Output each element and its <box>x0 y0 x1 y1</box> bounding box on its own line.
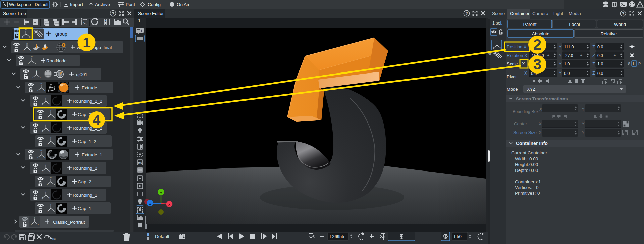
svg-text:X: X <box>539 130 542 135</box>
svg-text:Center: Center <box>514 121 527 126</box>
svg-text:Y: Y <box>559 53 562 58</box>
svg-text:Y: Y <box>582 107 585 112</box>
svg-text:1 sel.: 1 sel. <box>492 21 502 26</box>
svg-text:Z: Z <box>592 70 595 76</box>
svg-text:uj001: uj001 <box>76 72 87 77</box>
svg-text:Y: Y <box>559 70 562 76</box>
svg-text:i: i <box>141 29 142 32</box>
svg-text:4: 4 <box>93 112 101 128</box>
svg-text:Extrude_1: Extrude_1 <box>82 152 102 157</box>
svg-text:Screen Size: Screen Size <box>513 130 537 135</box>
svg-text:0.0: 0.0 <box>597 71 603 76</box>
svg-text:Cap_1: Cap_1 <box>78 206 91 211</box>
svg-text:X: X <box>524 70 527 76</box>
svg-text:G: G <box>83 21 86 25</box>
svg-text:Primitives:: Primitives: <box>515 191 536 196</box>
svg-text:3: 3 <box>533 56 541 72</box>
svg-text:HC: HC <box>52 238 56 240</box>
svg-text:S: S <box>628 62 630 66</box>
svg-text:Light: Light <box>553 11 564 16</box>
svg-text:0.00: 0.00 <box>529 156 538 161</box>
svg-text:0: 0 <box>536 185 539 190</box>
svg-text:Depth:: Depth: <box>515 168 528 173</box>
svg-text:Height:: Height: <box>515 162 529 167</box>
svg-text:Bounding Box: Bounding Box <box>513 109 539 114</box>
svg-text:1: 1 <box>538 179 541 184</box>
svg-text:Extrude: Extrude <box>82 85 97 90</box>
svg-text:0.0: 0.0 <box>564 71 570 76</box>
svg-text:Rounding_2_2: Rounding_2_2 <box>73 99 102 104</box>
svg-text:Absolute: Absolute <box>532 31 550 36</box>
svg-text:Import: Import <box>70 2 83 7</box>
svg-text:Classic_Portrait: Classic_Portrait <box>53 219 85 225</box>
svg-text:Container Info: Container Info <box>516 141 548 146</box>
svg-text:Scene Editor: Scene Editor <box>138 11 164 16</box>
svg-text:P: P <box>638 62 641 66</box>
svg-text:Vertices:: Vertices: <box>515 185 532 190</box>
svg-text:z: z <box>149 201 151 205</box>
svg-text:Y: Y <box>559 61 562 66</box>
svg-text:Y: Y <box>582 121 585 126</box>
svg-text:0.0: 0.0 <box>597 53 603 58</box>
svg-text:111.0: 111.0 <box>564 45 574 49</box>
svg-text:RootNode: RootNode <box>46 58 67 63</box>
svg-text:Container: Container <box>510 11 530 16</box>
svg-text:Workspace - Default: Workspace - Default <box>9 2 49 7</box>
svg-text:- +: - + <box>578 53 582 57</box>
svg-text:Width:: Width: <box>515 156 528 161</box>
svg-text:f 26955: f 26955 <box>330 234 344 239</box>
svg-text:2: 2 <box>533 36 541 53</box>
svg-text:-27.0: -27.0 <box>564 53 573 58</box>
svg-text:1: 1 <box>83 34 91 50</box>
svg-text:Z: Z <box>592 61 595 66</box>
svg-text:Camera: Camera <box>532 11 549 16</box>
svg-text:x: x <box>168 202 171 206</box>
svg-text:0.00: 0.00 <box>529 168 538 173</box>
svg-text:Y: Y <box>559 44 562 49</box>
svg-text:- +: - + <box>545 53 549 57</box>
svg-text:Post: Post <box>126 2 135 7</box>
svg-text:Rounding_2: Rounding_2 <box>73 166 97 171</box>
svg-text:0.0: 0.0 <box>597 45 603 49</box>
svg-text:f 50: f 50 <box>454 234 462 239</box>
svg-text:0: 0 <box>537 191 540 196</box>
svg-text:Parent: Parent <box>523 22 537 27</box>
svg-text:y: y <box>160 190 162 194</box>
svg-text:Current Container: Current Container <box>511 150 547 155</box>
svg-text:group: group <box>55 31 67 37</box>
svg-text:Rotation X: Rotation X <box>507 53 527 58</box>
svg-text:Screen Transformations: Screen Transformations <box>516 96 568 101</box>
svg-text:On Air: On Air <box>177 2 190 7</box>
svg-text:Z: Z <box>592 53 595 58</box>
svg-text:World: World <box>614 22 626 27</box>
svg-text:Mode: Mode <box>507 87 518 92</box>
svg-text:Scene: Scene <box>492 11 505 16</box>
svg-text:- +: - + <box>611 53 616 57</box>
svg-text:Media: Media <box>569 11 581 16</box>
svg-text:1.0: 1.0 <box>597 62 603 66</box>
svg-text:Config: Config <box>148 2 161 7</box>
svg-text:XYZ: XYZ <box>527 87 535 92</box>
svg-text:X: X <box>522 61 525 66</box>
svg-text:1.0: 1.0 <box>564 62 570 66</box>
svg-text:X: X <box>539 121 542 126</box>
svg-text:Default: Default <box>155 234 169 239</box>
svg-text:Position X: Position X <box>507 44 527 49</box>
svg-text:Archive: Archive <box>95 2 110 7</box>
svg-text:L: L <box>633 62 635 66</box>
svg-text:Y: Y <box>582 130 585 135</box>
svg-text:Local: Local <box>569 22 580 27</box>
svg-text:Containers:: Containers: <box>515 179 538 184</box>
svg-text:0.00: 0.00 <box>529 162 538 167</box>
svg-text:Rounding_1: Rounding_1 <box>73 193 97 198</box>
svg-text:Relative: Relative <box>601 31 617 36</box>
svg-text:HS: HS <box>138 161 142 164</box>
svg-text:Pivot: Pivot <box>507 74 517 79</box>
svg-text:Cap_1_2: Cap_1_2 <box>78 139 96 144</box>
svg-text:Z: Z <box>592 44 595 49</box>
svg-text:1: 1 <box>138 18 141 23</box>
svg-text:Cap_2: Cap_2 <box>78 179 91 184</box>
svg-text:Scene Tree: Scene Tree <box>3 11 26 16</box>
